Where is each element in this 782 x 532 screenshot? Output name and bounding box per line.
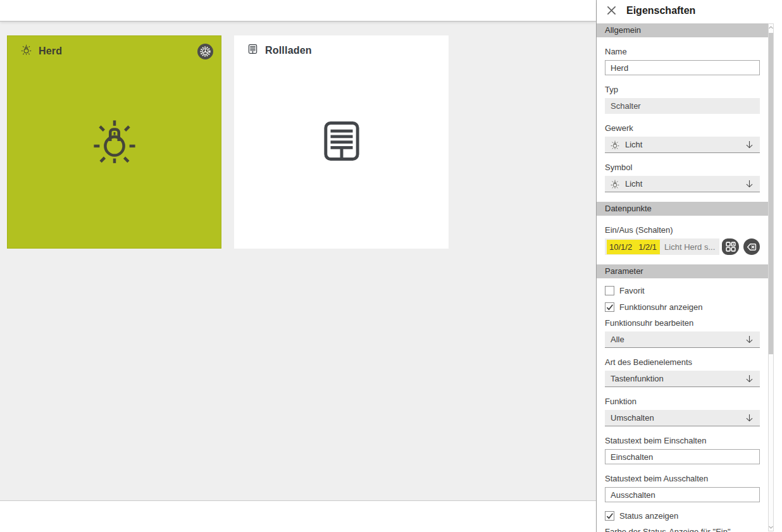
symbol-dropdown-value: Licht — [625, 179, 642, 189]
status-anzeigen-label: Status anzeigen — [619, 511, 678, 521]
chevron-down-icon — [745, 413, 754, 423]
favorit-label: Favorit — [619, 286, 645, 295]
shutter-icon — [320, 119, 364, 166]
scrollbar-thumb[interactable] — [769, 33, 773, 354]
tile-main-icon-area — [8, 36, 221, 248]
funktionsuhr-bearbeiten-dropdown[interactable]: Alle — [605, 331, 760, 348]
section-header-allgemein: Allgemein — [597, 23, 768, 37]
statustext-aus-input[interactable] — [605, 487, 760, 502]
group-address-secondary: 1/2/1 — [638, 242, 657, 252]
favorit-row: Favorit — [605, 286, 760, 295]
statustext-ein-label: Statustext beim Einschalten — [605, 436, 760, 445]
funktionsuhr-anzeigen-checkbox[interactable] — [605, 302, 614, 312]
name-label: Name — [605, 47, 760, 56]
close-icon[interactable] — [606, 5, 617, 16]
group-address-primary: 10/1/2 — [609, 242, 632, 252]
panel-scrollbar[interactable] — [768, 23, 774, 531]
properties-panel: Eigenschaften Allgemein Name Typ Schalte… — [596, 0, 782, 532]
section-header-parameter: Parameter — [597, 264, 768, 278]
backspace-icon — [745, 240, 759, 254]
light-icon — [92, 118, 137, 166]
tile-rollladen[interactable]: Rollladen — [234, 35, 449, 249]
bedienelement-label: Art des Bedienelements — [605, 357, 760, 367]
top-toolbar — [0, 0, 596, 22]
chevron-down-icon — [745, 179, 754, 189]
properties-panel-header: Eigenschaften — [597, 0, 782, 21]
properties-panel-body: Allgemein Name Typ Schalter Gewerk Licht… — [597, 21, 768, 532]
group-address-highlight: 10/1/21/2/1 — [607, 240, 660, 254]
symbol-label: Symbol — [605, 163, 760, 172]
gewerk-dropdown[interactable]: Licht — [605, 137, 760, 153]
statustext-aus-label: Statustext beim Ausschalten — [605, 474, 760, 483]
light-icon — [611, 140, 619, 149]
canvas-area: Herd Rollladen — [0, 22, 596, 501]
bedienelement-value: Tastenfunktion — [611, 374, 664, 383]
datapoint-row: 10/1/21/2/1 Licht Herd s... — [605, 238, 760, 255]
typ-label: Typ — [605, 85, 760, 94]
scrollbar-down-icon[interactable] — [769, 526, 773, 529]
gewerk-dropdown-value: Licht — [625, 140, 642, 149]
tile-herd[interactable]: Herd — [7, 35, 221, 249]
datapoint-description: Licht Herd s... — [664, 242, 715, 252]
section-header-datenpunkte: Datenpunkte — [597, 202, 768, 216]
funktionsuhr-anzeigen-label: Funktionsuhr anzeigen — [619, 302, 703, 312]
farbe-label: Farbe der Status-Anzeige für "Ein" — [605, 527, 760, 532]
gewerk-label: Gewerk — [605, 123, 760, 133]
chevron-down-icon — [745, 374, 754, 383]
chevron-down-icon — [745, 335, 754, 344]
chevron-down-icon — [745, 140, 754, 149]
typ-value: Schalter — [605, 98, 760, 114]
status-anzeigen-checkbox[interactable] — [605, 511, 614, 521]
funktion-value: Umschalten — [611, 413, 654, 423]
datapoint-clear-button[interactable] — [743, 238, 760, 255]
symbol-dropdown[interactable]: Licht — [605, 176, 760, 192]
funktion-dropdown[interactable]: Umschalten — [605, 410, 760, 426]
panel-title: Eigenschaften — [626, 5, 695, 16]
bedienelement-dropdown[interactable]: Tastenfunktion — [605, 371, 760, 387]
status-anzeigen-row: Status anzeigen — [605, 511, 760, 521]
funktionsuhr-bearbeiten-label: Funktionsuhr bearbeiten — [605, 318, 760, 328]
datapoint-field[interactable]: 10/1/21/2/1 Licht Herd s... — [605, 238, 719, 255]
statustext-ein-input[interactable] — [605, 449, 760, 464]
funktionsuhr-bearbeiten-value: Alle — [611, 335, 624, 344]
favorit-checkbox[interactable] — [605, 286, 614, 295]
funktion-label: Funktion — [605, 397, 760, 406]
funktionsuhr-anzeigen-row: Funktionsuhr anzeigen — [605, 302, 760, 312]
tile-main-icon-area — [234, 35, 449, 249]
name-input[interactable] — [605, 60, 760, 75]
datapoint-label: Ein/Aus (Schalten) — [605, 225, 760, 235]
scrollbar-up-icon[interactable] — [769, 26, 773, 29]
light-icon — [611, 180, 619, 189]
grid-squares-icon — [724, 240, 738, 254]
datapoint-picker-button[interactable] — [722, 238, 739, 255]
